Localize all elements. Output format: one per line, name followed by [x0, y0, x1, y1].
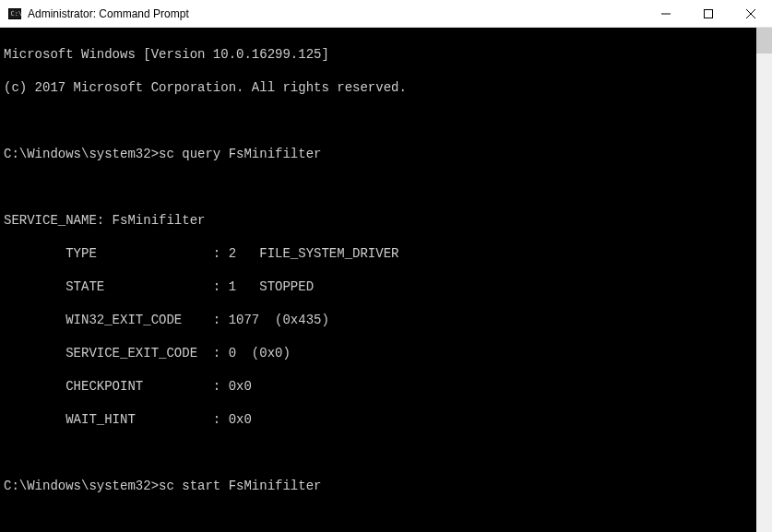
terminal-blank	[4, 511, 768, 527]
maximize-button[interactable]	[687, 0, 730, 27]
cmd-icon: C:\	[7, 6, 22, 21]
close-button[interactable]	[730, 0, 772, 27]
titlebar-left: C:\ Administrator: Command Prompt	[0, 6, 189, 21]
minimize-button[interactable]	[645, 0, 687, 27]
terminal-prompt-line: C:\Windows\system32>sc query FsMinifilte…	[4, 146, 768, 162]
terminal-line: SERVICE_NAME: FsMinifilter	[4, 212, 768, 229]
terminal-content[interactable]: Microsoft Windows [Version 10.0.16299.12…	[0, 28, 772, 532]
terminal-blank	[4, 112, 768, 129]
terminal-line: WIN32_EXIT_CODE : 1077 (0x435)	[4, 312, 768, 328]
terminal-line: (c) 2017 Microsoft Corporation. All righ…	[4, 79, 768, 96]
terminal-blank	[4, 179, 768, 195]
terminal-line: SERVICE_EXIT_CODE : 0 (0x0)	[4, 345, 768, 361]
scrollbar-thumb[interactable]	[756, 28, 772, 53]
svg-rect-4	[705, 9, 713, 18]
terminal-blank	[4, 444, 768, 461]
scrollbar-track[interactable]	[756, 28, 772, 532]
terminal-line: CHECKPOINT : 0x0	[4, 378, 768, 395]
window-titlebar: C:\ Administrator: Command Prompt	[0, 0, 772, 28]
svg-text:C:\: C:\	[11, 10, 23, 18]
window-title: Administrator: Command Prompt	[28, 7, 189, 20]
window-controls	[645, 0, 772, 27]
terminal-line: WAIT_HINT : 0x0	[4, 411, 768, 428]
terminal-line: STATE : 1 STOPPED	[4, 278, 768, 295]
terminal-line: Microsoft Windows [Version 10.0.16299.12…	[4, 46, 768, 63]
terminal-prompt-line: C:\Windows\system32>sc start FsMinifilte…	[4, 478, 768, 494]
terminal-line: TYPE : 2 FILE_SYSTEM_DRIVER	[4, 245, 768, 262]
